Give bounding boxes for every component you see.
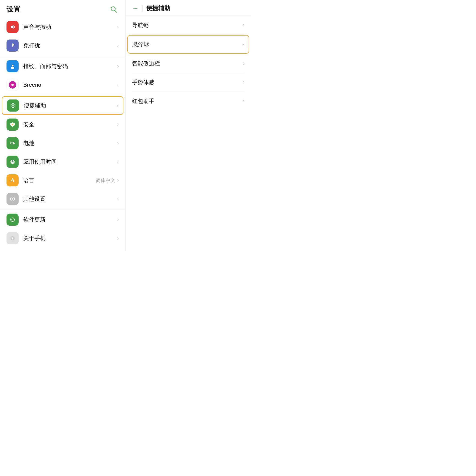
fingerprint-label: 指纹、面部与密码 [23,63,117,70]
battery-label: 电池 [23,139,117,147]
sound-label: 声音与振动 [23,23,117,31]
sound-icon [6,21,18,33]
divider-after-breeno [0,95,125,95]
svg-rect-12 [11,142,13,144]
breeno-icon [6,79,18,91]
security-icon: ⚡ [6,119,18,131]
security-label: 安全 [23,121,117,128]
left-header: 设置 [0,0,125,18]
settings-item-breeno[interactable]: Breeno › [0,76,125,94]
divider-after-dnd [0,56,125,56]
right-divider-after-nav [132,34,244,35]
update-icon [6,214,18,226]
shortcut-item-gesture[interactable]: 手势体感 › [125,73,251,92]
settings-item-sound[interactable]: 声音与振动 › [0,18,125,36]
language-icon: A [6,174,18,187]
breeno-dot [11,84,14,86]
chevron-icon: › [117,235,119,241]
chevron-icon: › [117,102,118,109]
search-button[interactable] [109,4,119,14]
back-button[interactable]: ← [132,5,138,12]
svg-point-4 [11,67,14,69]
right-title: 便捷辅助 [146,4,170,12]
chevron-icon: › [243,22,244,28]
search-icon [110,6,117,13]
settings-item-language[interactable]: A 语言 简体中文 › [0,171,125,190]
chevron-icon: › [243,60,244,67]
nav-label: 导航键 [132,21,243,29]
floatball-label: 悬浮球 [133,41,242,48]
other-icon [6,193,18,205]
gesture-label: 手势体感 [132,79,243,86]
svg-line-1 [115,10,117,12]
settings-item-dnd[interactable]: 免打扰 › [0,36,125,55]
settings-left-panel: 设置 声音与振动 › 免打扰 › [0,0,125,251]
svg-text:⚡: ⚡ [11,123,14,126]
breeno-circle [9,81,16,88]
apptime-icon [6,156,18,168]
chevron-icon: › [117,140,119,146]
breeno-label: Breeno [23,82,117,88]
shortcut-label: 便捷辅助 [24,102,117,109]
chevron-icon: › [117,63,119,69]
right-header: ← 便捷辅助 [125,0,251,16]
chevron-icon: › [117,43,119,49]
chevron-icon: › [117,82,119,88]
shortcut-list: 导航键 › 悬浮球 › 智能侧边栏 › 手势体感 › 红包助手 › [125,16,251,251]
redpacket-label: 红包助手 [132,97,243,105]
shortcut-item-redpacket[interactable]: 红包助手 › [125,92,251,110]
settings-title: 设置 [6,5,20,14]
svg-rect-11 [14,143,15,144]
chevron-icon: › [117,177,119,183]
settings-item-update[interactable]: 软件更新 › [0,210,125,229]
chevron-icon: › [243,98,244,104]
apptime-label: 应用使用时间 [23,158,117,166]
settings-list: 声音与振动 › 免打扰 › 指纹、面部与密码 › [0,18,125,251]
settings-item-shortcut[interactable]: 便捷辅助 › [2,96,123,115]
chevron-icon: › [117,159,119,165]
chevron-icon: › [117,121,119,128]
settings-item-apptime[interactable]: 应用使用时间 › [0,153,125,171]
settings-item-other[interactable]: 其他设置 › [0,190,125,208]
settings-item-battery[interactable]: 电池 › [0,134,125,153]
svg-text:i: i [12,236,13,240]
dnd-label: 免打扰 [23,42,117,49]
fingerprint-icon [6,60,18,72]
shortcut-item-floatball[interactable]: 悬浮球 › [127,35,249,54]
settings-item-about[interactable]: i 关于手机 › [0,229,125,248]
about-label: 关于手机 [23,235,117,242]
chevron-icon: › [242,41,244,47]
update-label: 软件更新 [23,216,117,223]
svg-point-3 [12,65,14,67]
about-icon: i [6,232,18,244]
svg-marker-2 [11,25,14,29]
language-value: 简体中文 [96,177,115,184]
svg-point-7 [13,105,14,106]
other-label: 其他设置 [23,195,117,203]
shortcut-item-sidebar[interactable]: 智能侧边栏 › [125,54,251,73]
chevron-icon: › [117,24,119,30]
shortcut-icon [7,100,19,112]
settings-item-fingerprint[interactable]: 指纹、面部与密码 › [0,57,125,76]
sidebar-label: 智能侧边栏 [132,60,243,67]
language-label: 语言 [23,177,96,184]
chevron-icon: › [243,79,244,85]
chevron-icon: › [117,217,119,223]
settings-item-security[interactable]: ⚡ 安全 › [0,115,125,134]
header-divider [142,5,142,12]
shortcut-right-panel: ← 便捷辅助 导航键 › 悬浮球 › 智能侧边栏 › 手势体感 › 红包助 [125,0,251,251]
battery-icon [6,137,18,149]
chevron-icon: › [117,196,119,202]
dnd-icon [6,39,18,51]
divider-after-other [0,209,125,209]
shortcut-item-nav[interactable]: 导航键 › [125,16,251,34]
svg-point-15 [12,198,13,200]
